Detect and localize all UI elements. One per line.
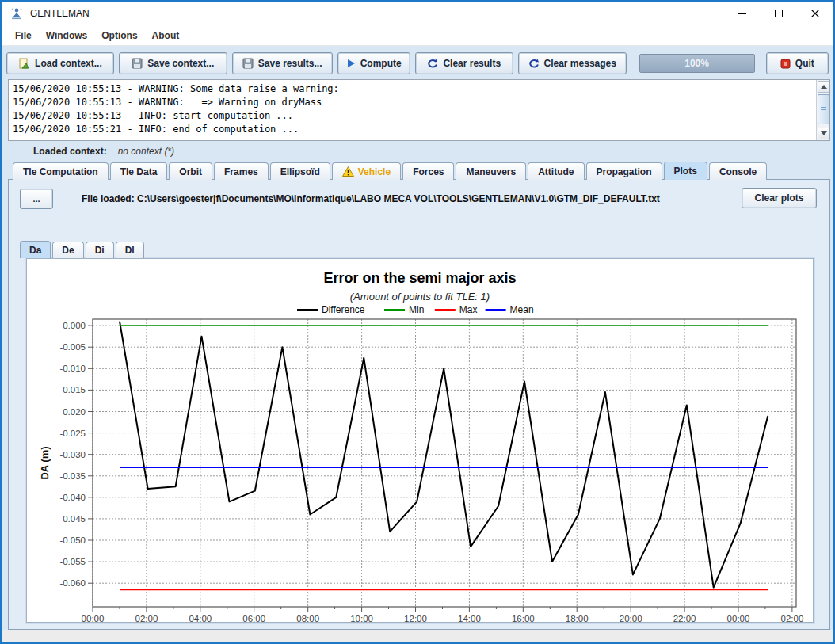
svg-text:22:00: 22:00 [673,614,696,622]
main-tab-bar: Tle ComputationTle DataOrbitFramesEllips… [13,162,827,180]
svg-text:16:00: 16:00 [512,614,535,622]
bottom-strip [2,630,833,642]
clear-results-button[interactable]: Clear results [415,52,513,74]
scrollbar-thumb[interactable] [818,94,829,124]
toolbar: Load context... Save context... Save res… [6,51,829,76]
svg-text:02:00: 02:00 [135,614,158,622]
menu-item-windows[interactable]: Windows [39,27,95,44]
log-line: 15/06/2020 10:55:13 - WARNING: => Warnin… [13,96,812,109]
tab-propagation[interactable]: Propagation [586,162,662,180]
subtab-da[interactable]: Da [20,241,51,258]
svg-text:-0.030: -0.030 [59,450,86,459]
tab-ellipso-d[interactable]: Ellipsoïd [270,162,330,180]
compute-label: Compute [360,58,402,69]
log-lines: 15/06/2020 10:55:13 - WARNING: Some data… [9,80,816,140]
tab-orbit[interactable]: Orbit [169,162,212,180]
svg-text:20:00: 20:00 [620,614,642,622]
tab-frames[interactable]: Frames [214,162,269,180]
clear-plots-button[interactable]: Clear plots [742,188,817,208]
app-icon [10,6,24,21]
clear-messages-button[interactable]: Clear messages [518,52,627,74]
scroll-down-arrow-icon[interactable] [818,128,829,139]
svg-text:-0.055: -0.055 [59,557,86,566]
save-icon [242,58,254,69]
svg-text:Mean: Mean [510,304,534,315]
svg-text:06:00: 06:00 [242,614,265,622]
loaded-context-row: Loaded context: no context (*) [33,146,174,160]
tab-vehicle[interactable]: Vehicle [332,162,401,180]
subtab-di[interactable]: Di [86,242,114,258]
minimize-button[interactable] [724,2,761,25]
svg-text:08:00: 08:00 [296,614,319,622]
tab-plots[interactable]: Plots [664,162,707,180]
browse-button[interactable]: ... [20,189,53,209]
log-scrollbar[interactable] [816,80,829,140]
svg-text:-0.050: -0.050 [59,535,86,545]
menu-item-about[interactable]: About [145,27,187,44]
svg-text:-0.010: -0.010 [59,364,86,373]
minimize-icon [738,9,747,18]
menu-bar: FileWindowsOptionsAbout [2,25,833,46]
maximize-button[interactable] [761,2,797,25]
loaded-context-label: Loaded context: [33,146,107,157]
quit-button[interactable]: Quit [766,52,829,74]
svg-text:-0.040: -0.040 [59,493,86,502]
svg-text:0.000: 0.000 [63,321,86,330]
file-loaded-label: File loaded: C:\Users\goesterjf\Document… [82,193,660,204]
menu-item-options[interactable]: Options [94,27,144,44]
progress-bar: 100% [639,54,755,73]
svg-text:(Amount of points to fit TLE:: (Amount of points to fit TLE: 1) [350,291,490,303]
load-context-icon [18,58,30,69]
refresh-icon [427,59,438,69]
load-context-label: Load context... [35,58,102,69]
tab-tle-data[interactable]: Tle Data [110,162,168,180]
tab-console[interactable]: Console [709,162,767,180]
save-results-button[interactable]: Save results... [232,52,333,74]
chart-svg: 0.000-0.005-0.010-0.015-0.020-0.025-0.03… [28,259,814,622]
loaded-context-value: no context (*) [118,146,174,157]
svg-text:Error on the semi major axis: Error on the semi major axis [323,270,516,286]
compute-button[interactable]: Compute [337,52,410,74]
clear-results-label: Clear results [443,58,501,69]
tab-forces[interactable]: Forces [402,162,454,180]
window-title: GENTLEMAN [30,8,90,19]
play-icon [346,59,356,68]
main-content: Load context... Save context... Save res… [2,46,833,642]
menu-item-file[interactable]: File [8,27,39,44]
save-context-button[interactable]: Save context... [119,52,227,74]
log-line: 15/06/2020 10:55:13 - WARNING: Some data… [13,82,812,96]
svg-text:04:00: 04:00 [189,614,212,622]
log-line: 15/06/2020 10:55:21 - INFO: end of compu… [13,123,812,136]
svg-text:-0.045: -0.045 [59,514,86,524]
svg-text:Max: Max [459,304,478,315]
chart-panel: 0.000-0.005-0.010-0.015-0.020-0.025-0.03… [26,258,814,623]
svg-text:DA (m): DA (m) [39,446,51,479]
svg-text:-0.005: -0.005 [59,342,86,352]
svg-text:10:00: 10:00 [350,614,373,622]
tab-maneuvers[interactable]: Maneuvers [456,162,526,180]
progress-value: 100% [684,58,709,69]
save-icon [132,58,143,69]
tab-attitude[interactable]: Attitude [528,162,584,180]
quit-label: Quit [795,58,814,69]
svg-text:18:00: 18:00 [566,614,589,622]
scroll-up-arrow-icon[interactable] [818,81,829,93]
svg-text:00:00: 00:00 [727,614,750,622]
save-results-label: Save results... [258,58,322,69]
clear-messages-label: Clear messages [544,58,616,69]
subtab-dl[interactable]: Dl [116,242,144,258]
subtab-de[interactable]: De [52,242,83,258]
svg-text:-0.015: -0.015 [59,385,86,394]
svg-text:Min: Min [409,304,424,315]
tab-tle-computation[interactable]: Tle Computation [13,162,109,180]
svg-text:12:00: 12:00 [404,614,427,622]
svg-text:00:00: 00:00 [82,614,105,622]
svg-text:-0.020: -0.020 [59,407,86,417]
load-context-button[interactable]: Load context... [6,52,114,74]
warning-icon [342,166,354,177]
svg-text:-0.035: -0.035 [59,471,86,481]
log-area[interactable]: 15/06/2020 10:55:13 - WARNING: Some data… [8,79,830,141]
close-button[interactable] [797,2,833,25]
plots-tab-panel: ... File loaded: C:\Users\goesterjf\Docu… [8,179,830,630]
quit-icon [780,59,791,69]
